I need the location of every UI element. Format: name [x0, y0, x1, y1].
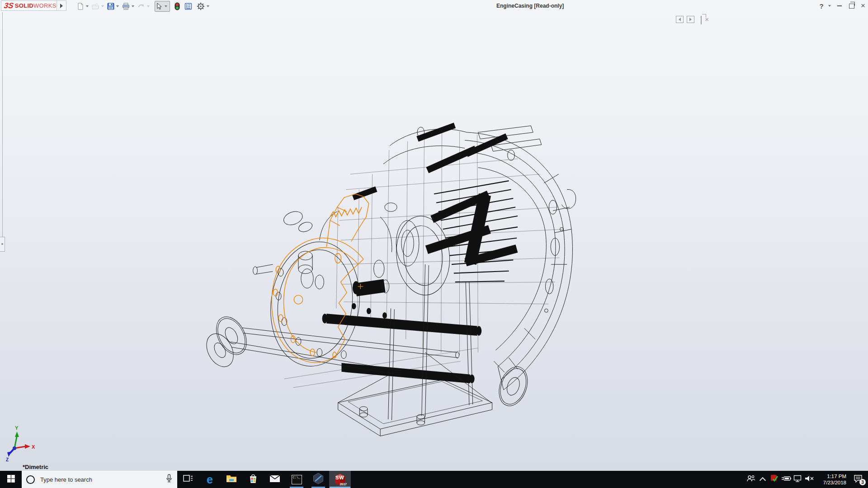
windows-logo-icon: [7, 475, 15, 484]
close-icon: ×: [861, 1, 865, 10]
battery-plug-icon: [781, 475, 791, 483]
search-placeholder-text: Type here to search: [40, 476, 165, 483]
restore-icon: [849, 4, 854, 9]
engine-model-wireframe[interactable]: [201, 123, 576, 436]
store-icon: [248, 473, 258, 486]
help-dropdown-caret[interactable]: [828, 5, 831, 7]
flyout-arrow-icon: [60, 4, 63, 8]
cortana-icon: [26, 475, 35, 484]
clock-time: 1:17 PM: [827, 473, 846, 479]
solidworks-monitor-icon: [770, 474, 778, 484]
composer-app-button[interactable]: [307, 471, 329, 488]
edge-browser-button[interactable]: e: [199, 471, 221, 488]
network-tray[interactable]: [792, 471, 804, 488]
task-view-icon: [183, 474, 193, 485]
file-explorer-icon: [226, 474, 237, 485]
select-dropdown-caret[interactable]: [165, 5, 167, 7]
file-properties-icon: [184, 3, 192, 10]
new-dropdown-caret[interactable]: [86, 5, 89, 7]
options-dropdown-caret[interactable]: [207, 5, 209, 7]
titlebar: 3S SOLIDWORKS: [0, 0, 868, 13]
solidworks-monitor-tray[interactable]: [769, 471, 780, 488]
volume-muted-icon: [805, 475, 815, 484]
mail-icon: [269, 475, 280, 484]
view-orientation-label: *Dimetric: [23, 464, 48, 470]
start-button[interactable]: [0, 471, 22, 488]
open-folder-icon: [92, 3, 99, 10]
taskbar-empty-space: [351, 471, 745, 488]
y-axis-label: Y: [15, 425, 19, 431]
microphone-icon: [165, 474, 173, 485]
traffic-light-icon: [175, 2, 180, 10]
model-canvas[interactable]: [0, 12, 868, 471]
restore-button[interactable]: [846, 1, 857, 10]
close-button[interactable]: ×: [858, 1, 868, 10]
mail-button[interactable]: [264, 471, 286, 488]
z-axis-label: Z: [6, 457, 9, 462]
brand-works-text: WORKS: [33, 2, 57, 9]
orientation-triad: Y X Z: [4, 423, 44, 466]
new-document-button[interactable]: [76, 1, 85, 11]
undo-button[interactable]: [137, 1, 146, 11]
solidworks-logo-icon: 3S: [3, 1, 14, 10]
volume-tray[interactable]: [804, 471, 816, 488]
help-icon: ?: [819, 2, 823, 10]
y-axis-arrow-icon: [15, 432, 19, 437]
print-button[interactable]: [121, 1, 131, 11]
select-tool-button[interactable]: [155, 1, 170, 12]
menu-flyout-button[interactable]: [57, 0, 66, 11]
clock-date: 7/23/2018: [823, 479, 846, 486]
edge-icon: e: [207, 474, 213, 485]
help-button[interactable]: ?: [816, 1, 826, 10]
minimize-button[interactable]: [834, 1, 845, 10]
tray-overflow-button[interactable]: [757, 471, 769, 488]
solidworks-2017-icon: SW 2017: [333, 473, 347, 486]
undo-dropdown-caret[interactable]: [147, 5, 150, 7]
graphics-viewport[interactable]: ×: [0, 12, 868, 471]
open-dropdown-caret[interactable]: [101, 5, 104, 7]
windows-taskbar: Type here to search e C:\_ SW 2017: [0, 471, 868, 488]
people-icon: [746, 475, 755, 484]
people-button[interactable]: [745, 471, 757, 488]
new-document-icon: [77, 3, 84, 10]
undo-arrow-icon: [137, 3, 145, 10]
solidworks-logo[interactable]: 3S SOLIDWORKS: [1, 0, 57, 11]
file-explorer-button[interactable]: [221, 471, 242, 488]
select-cursor-icon: [155, 1, 164, 11]
x-axis-label: X: [32, 444, 35, 450]
minimize-icon: [837, 5, 842, 6]
task-view-button[interactable]: [177, 471, 199, 488]
print-dropdown-caret[interactable]: [132, 5, 134, 7]
window-title: EngineCasing [Read-only]: [496, 3, 564, 9]
taskbar-clock[interactable]: 1:17 PM 7/23/2018: [816, 471, 848, 488]
save-floppy-icon: [107, 3, 114, 10]
dense-hardware-cluster: [322, 123, 518, 384]
notification-badge: 3: [859, 479, 866, 485]
hexagon-app-icon: [312, 473, 324, 486]
network-icon: [793, 475, 802, 484]
save-button[interactable]: [106, 1, 115, 11]
power-tray[interactable]: [780, 471, 792, 488]
save-dropdown-caret[interactable]: [116, 5, 119, 7]
file-properties-button[interactable]: [184, 1, 193, 11]
printer-icon: [122, 3, 130, 10]
main-toolbar: [76, 1, 212, 11]
microsoft-store-button[interactable]: [242, 471, 264, 488]
x-axis-arrow-icon: [25, 444, 30, 449]
command-prompt-button[interactable]: C:\_: [286, 471, 307, 488]
command-prompt-icon: C:\_: [292, 475, 302, 484]
action-center-button[interactable]: 3: [848, 471, 868, 488]
rebuild-button[interactable]: [174, 1, 181, 11]
solidworks-app-button[interactable]: SW 2017: [329, 471, 351, 488]
gear-icon: [197, 2, 205, 10]
open-document-button[interactable]: [91, 1, 100, 11]
taskbar-search-input[interactable]: Type here to search: [22, 471, 177, 488]
brand-solid-text: SOLID: [15, 2, 33, 9]
z-axis-arrow-icon: [7, 451, 12, 457]
options-button[interactable]: [196, 1, 206, 11]
chevron-up-icon: [760, 477, 766, 483]
selected-component-highlight[interactable]: [272, 194, 369, 362]
